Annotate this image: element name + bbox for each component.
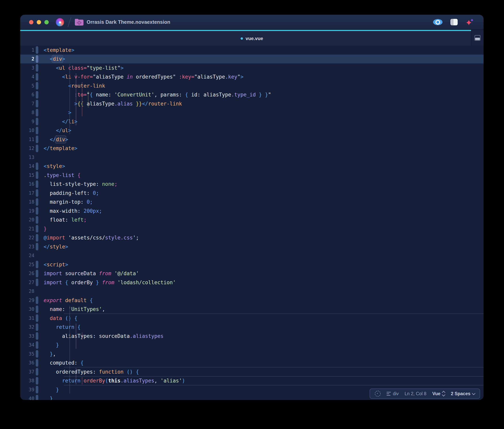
code-text[interactable]: export default { bbox=[44, 297, 93, 303]
code-text[interactable]: data () { bbox=[44, 315, 77, 321]
code-text[interactable]: <style> bbox=[44, 163, 65, 169]
line-number: 27 bbox=[20, 280, 34, 285]
line-number: 39 bbox=[20, 387, 34, 393]
indent-guide bbox=[70, 64, 70, 134]
zoom-window-button[interactable] bbox=[44, 20, 49, 24]
status-bar: div Ln 2, Col 8 Vue 2 Spaces bbox=[370, 389, 480, 399]
line-number: 28 bbox=[20, 288, 34, 294]
gutter-change-bar bbox=[36, 359, 38, 367]
code-text[interactable]: </div> bbox=[44, 136, 68, 143]
code-text[interactable]: import sourceData from '@/data' bbox=[44, 270, 139, 276]
line-number: 16 bbox=[20, 181, 34, 187]
line-number: 38 bbox=[20, 378, 34, 384]
code-line: 4 <li v-for="aliasType in orderedTypes" … bbox=[20, 72, 484, 81]
line-number: 2 bbox=[20, 56, 34, 62]
code-text[interactable]: .type-list { bbox=[44, 172, 80, 178]
line-number: 13 bbox=[20, 155, 34, 160]
preview-eye-icon[interactable] bbox=[433, 19, 442, 25]
cursor-position[interactable]: Ln 2, Col 8 bbox=[405, 391, 426, 396]
symbol-breadcrumb[interactable]: div bbox=[387, 391, 398, 396]
gutter-change-bar bbox=[36, 100, 38, 107]
gutter-change-bar bbox=[36, 144, 38, 152]
code-text[interactable]: name: 'UnitTypes', bbox=[44, 306, 105, 312]
gutter-change-bar bbox=[36, 46, 38, 54]
language-selector[interactable]: Vue bbox=[432, 391, 445, 396]
code-line: 8 > bbox=[20, 108, 484, 117]
code-text[interactable]: @import 'assets/css/style.css'; bbox=[44, 235, 139, 241]
line-number: 4 bbox=[20, 74, 34, 80]
selected-word-highlight: div bbox=[53, 56, 62, 62]
code-text[interactable]: </ul> bbox=[44, 127, 71, 133]
gutter-change-bar bbox=[36, 350, 38, 358]
line-number: 40 bbox=[20, 396, 34, 400]
code-text[interactable]: }, bbox=[44, 351, 56, 357]
line-number: 17 bbox=[20, 190, 34, 196]
code-line: 27import { orderBy } from 'lodash/collec… bbox=[20, 278, 484, 287]
code-text[interactable]: computed: { bbox=[44, 360, 84, 366]
tab-vue-file[interactable]: vue.vue bbox=[241, 36, 263, 41]
code-line: 18 margin-top: 0; bbox=[20, 198, 484, 207]
code-text[interactable]: import { orderBy } from 'lodash/collecti… bbox=[44, 279, 176, 286]
sparkles-icon[interactable] bbox=[466, 18, 474, 27]
code-text[interactable]: </style> bbox=[44, 244, 68, 250]
code-text[interactable]: aliasTypes: sourceData.aliastypes bbox=[44, 333, 164, 339]
code-text[interactable]: <li v-for="aliasType in orderedTypes" :k… bbox=[44, 74, 244, 80]
code-text[interactable]: <ul class="type-list"> bbox=[44, 65, 124, 71]
indent-guide bbox=[88, 91, 88, 107]
code-text[interactable]: } bbox=[44, 342, 59, 348]
section-divider bbox=[64, 313, 484, 314]
code-text[interactable]: :to="{ name: 'ConvertUnit', params: { id… bbox=[44, 92, 271, 98]
gutter-change-bar bbox=[36, 118, 38, 125]
gutter-change-bar bbox=[36, 225, 38, 232]
code-text[interactable]: margin-top: 0; bbox=[44, 199, 93, 205]
code-text[interactable]: return { bbox=[44, 324, 80, 330]
close-window-button[interactable] bbox=[29, 20, 33, 24]
code-text[interactable]: <div> bbox=[44, 56, 65, 62]
line-number: 30 bbox=[20, 306, 34, 312]
sidebar-layout-icon[interactable] bbox=[450, 19, 458, 25]
minimize-window-button[interactable] bbox=[37, 20, 41, 24]
gutter-change-bar bbox=[36, 82, 38, 89]
jump-to-target-button[interactable] bbox=[375, 391, 381, 397]
gutter-change-bar bbox=[36, 216, 38, 224]
line-number: 8 bbox=[20, 110, 34, 115]
gutter-change-bar bbox=[36, 189, 38, 197]
line-number: 32 bbox=[20, 324, 34, 330]
gutter-change-bar bbox=[36, 377, 38, 384]
breadcrumb-separator bbox=[68, 17, 71, 27]
code-line: 31 data () { bbox=[20, 314, 484, 323]
code-text[interactable]: return orderBy(this.aliasTypes, 'alias') bbox=[44, 378, 185, 384]
code-text[interactable]: float: left; bbox=[44, 217, 87, 223]
code-text[interactable]: } bbox=[44, 387, 59, 393]
gutter-change-bar bbox=[36, 296, 38, 304]
code-text[interactable]: } bbox=[44, 396, 53, 400]
code-line: 22@import 'assets/css/style.css'; bbox=[20, 233, 484, 242]
code-text[interactable]: </li> bbox=[44, 119, 77, 125]
indent-guide bbox=[82, 82, 82, 116]
code-text[interactable]: </template> bbox=[44, 145, 77, 151]
desktop: Orrasis Dark Theme.novaextension vue.vue bbox=[0, 0, 504, 429]
indentation-selector[interactable]: 2 Spaces bbox=[451, 391, 475, 396]
code-line: 20 float: left; bbox=[20, 215, 484, 224]
code-line: 25<script> bbox=[20, 260, 484, 269]
code-line: 16 list-style-type: none; bbox=[20, 180, 484, 189]
language-label: Vue bbox=[432, 391, 440, 396]
code-text[interactable]: padding-left: 0; bbox=[44, 190, 99, 196]
code-text[interactable]: <script> bbox=[44, 262, 68, 268]
code-text[interactable]: max-width: 200px; bbox=[44, 208, 102, 214]
gutter-change-bar bbox=[36, 368, 38, 375]
code-line: 5 <router-link bbox=[20, 81, 484, 90]
code-line: 29export default { bbox=[20, 296, 484, 305]
gutter-change-bar bbox=[36, 323, 38, 331]
split-editor-button[interactable] bbox=[471, 30, 484, 46]
code-text[interactable]: >{{ aliasType.alias }}</router-link bbox=[44, 101, 182, 107]
code-line: 14<style> bbox=[20, 162, 484, 171]
code-text[interactable]: > bbox=[44, 110, 71, 116]
code-text[interactable]: orderedTypes: function () { bbox=[44, 369, 139, 375]
code-text[interactable]: <template> bbox=[44, 47, 74, 53]
nova-app-icon bbox=[56, 18, 64, 26]
code-text[interactable]: list-style-type: none; bbox=[44, 181, 117, 187]
code-line: 17 padding-left: 0; bbox=[20, 188, 484, 198]
code-text[interactable]: } bbox=[44, 226, 47, 232]
code-text[interactable]: <router-link bbox=[44, 83, 105, 89]
